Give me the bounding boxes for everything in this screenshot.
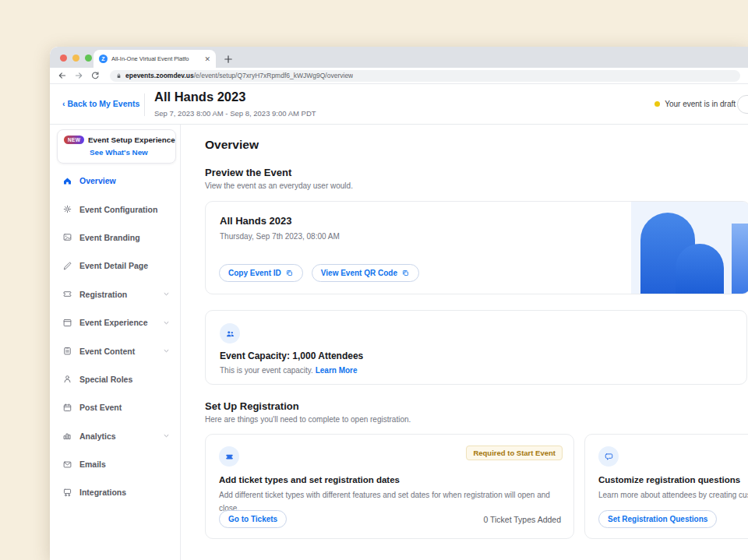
tab-title: All-In-One Virtual Event Platfo (111, 55, 200, 62)
sidebar-item-post-event[interactable]: Post Event (50, 393, 180, 421)
chat-icon (598, 446, 619, 467)
sidebar-item-special-roles[interactable]: Special Roles (50, 365, 180, 393)
minimize-window-button[interactable] (72, 55, 79, 62)
pencil-icon (62, 261, 72, 271)
sidebar-item-integrations[interactable]: Integrations (50, 478, 180, 506)
home-icon (62, 176, 72, 186)
see-whats-new-link[interactable]: See What's New (90, 148, 169, 157)
reload-button[interactable] (90, 71, 100, 80)
view-qr-code-button[interactable]: View Event QR Code (312, 264, 419, 282)
attendees-icon (220, 323, 240, 343)
integrations-icon (62, 488, 72, 498)
copy-icon (401, 269, 410, 277)
back-button[interactable] (58, 71, 67, 80)
forward-button[interactable] (74, 71, 83, 80)
browser-window: Z All-In-One Virtual Event Platfo ✕ epev… (50, 47, 748, 560)
view-qr-code-label: View Event QR Code (321, 269, 397, 277)
ticket-icon (219, 446, 239, 467)
sidebar-item-overview[interactable]: Overview (50, 167, 180, 195)
setup-experience-title: Event Setup Experience (88, 136, 175, 144)
preview-description: View the event as an everyday user would… (205, 181, 748, 190)
ticket-icon (62, 289, 72, 299)
go-to-tickets-label: Go to Tickets (228, 515, 277, 523)
sidebar-item-event-detail-page[interactable]: Event Detail Page (50, 252, 180, 280)
cover-arch-shape (676, 244, 724, 294)
sidebar-item-registration[interactable]: Registration (50, 280, 180, 308)
calendar-icon (62, 403, 72, 413)
event-dates: Sep 7, 2023 8:00 AM - Sep 8, 2023 9:00 A… (154, 109, 316, 118)
url-domain: epevents.zoomdev.us (125, 72, 194, 79)
capacity-description: This is your event capacity. Learn More (220, 366, 732, 375)
draft-status-label: Your event is in draft (665, 100, 736, 108)
preview-event-title: All Hands 2023 (220, 215, 292, 227)
main-content: Overview Preview the Event View the even… (181, 125, 748, 560)
gear-icon (62, 204, 72, 214)
set-registration-questions-button[interactable]: Set Registration Questions (598, 510, 717, 528)
back-to-events-link[interactable]: ‹ Back to My Events (62, 99, 139, 108)
person-icon (62, 374, 72, 384)
new-tab-button[interactable] (223, 54, 234, 65)
chevron-down-icon (162, 319, 171, 327)
url-path: /e/event/setup/Q7xryH7xRpmdf6_kWJWg9Q/ov… (194, 72, 354, 79)
image-icon (62, 232, 72, 242)
sidebar-item-emails[interactable]: Emails (50, 450, 180, 478)
go-to-tickets-button[interactable]: Go to Tickets (219, 510, 287, 528)
browser-tab-bar: Z All-In-One Virtual Event Platfo ✕ (50, 47, 748, 68)
zoom-favicon-icon: Z (99, 55, 108, 63)
draft-dot-icon (654, 101, 660, 107)
sidebar-item-analytics[interactable]: Analytics (50, 422, 180, 450)
header-action-button-cut[interactable] (737, 95, 748, 114)
questions-card-description: Learn more about attendees by creating c… (598, 489, 748, 502)
event-header: ‹ Back to My Events All Hands 2023 Sep 7… (50, 84, 748, 125)
event-cover-art (631, 202, 748, 294)
preview-section: Preview the Event View the event as an e… (205, 167, 748, 294)
address-bar[interactable]: epevents.zoomdev.us/e/event/setup/Q7xryH… (110, 70, 740, 82)
registration-section: Set Up Registration Here are things you'… (205, 400, 748, 539)
sidebar: NEW Event Setup Experience See What's Ne… (50, 125, 181, 560)
preview-event-datetime: Thursday, Sep 7th 2023, 08:00 AM (220, 232, 340, 241)
ticket-types-card: Required to Start Event Add ticket types… (205, 434, 574, 539)
sidebar-item-event-content[interactable]: Event Content (50, 336, 180, 365)
chevron-down-icon (162, 290, 171, 298)
clipboard-icon (62, 346, 72, 356)
bar-chart-icon (62, 431, 72, 441)
url-text: epevents.zoomdev.us/e/event/setup/Q7xryH… (125, 72, 353, 79)
capacity-description-text: This is your event capacity. (220, 366, 313, 375)
zoom-window-button[interactable] (85, 55, 92, 62)
mail-icon (62, 460, 72, 470)
event-title: All Hands 2023 (154, 90, 245, 104)
required-badge: Required to Start Event (466, 446, 563, 460)
draft-status: Your event is in draft (654, 100, 736, 108)
browser-toolbar: epevents.zoomdev.us/e/event/setup/Q7xryH… (50, 68, 748, 84)
window-controls (60, 55, 92, 62)
sidebar-nav: Overview Event Configuration Event Brand… (50, 167, 180, 507)
copy-event-id-label: Copy Event ID (228, 269, 281, 277)
header-divider (144, 93, 145, 116)
chevron-down-icon (162, 431, 171, 440)
sidebar-item-event-configuration[interactable]: Event Configuration (50, 195, 180, 223)
ticket-card-title: Add ticket types and set registration da… (219, 475, 560, 484)
event-preview-card: All Hands 2023 Thursday, Sep 7th 2023, 0… (205, 201, 748, 294)
copy-icon (285, 269, 294, 277)
desktop: Z All-In-One Virtual Event Platfo ✕ epev… (0, 0, 748, 560)
copy-event-id-button[interactable]: Copy Event ID (219, 264, 303, 282)
learn-more-link[interactable]: Learn More (316, 366, 358, 375)
sidebar-item-event-branding[interactable]: Event Branding (50, 224, 180, 252)
back-chevron-icon: ‹ (62, 99, 65, 108)
capacity-title: Event Capacity: 1,000 Attendees (220, 350, 732, 361)
registration-questions-card: Customize registration questions Learn m… (584, 434, 748, 539)
preview-heading: Preview the Event (205, 167, 748, 178)
registration-heading: Set Up Registration (205, 400, 748, 412)
layout-icon (62, 318, 72, 328)
back-link-label: Back to My Events (68, 99, 140, 108)
event-capacity-card: Event Capacity: 1,000 Attendees This is … (205, 310, 747, 385)
browser-tab[interactable]: Z All-In-One Virtual Event Platfo ✕ (94, 50, 216, 68)
chevron-down-icon (162, 347, 171, 355)
tab-close-icon[interactable]: ✕ (204, 55, 210, 63)
sidebar-item-event-experience[interactable]: Event Experience (50, 308, 180, 336)
lock-icon (115, 72, 122, 79)
registration-description: Here are things you'll need to complete … (205, 415, 748, 424)
setup-experience-card: NEW Event Setup Experience See What's Ne… (57, 129, 176, 164)
close-window-button[interactable] (60, 55, 67, 62)
cover-strip-shape (732, 224, 748, 294)
